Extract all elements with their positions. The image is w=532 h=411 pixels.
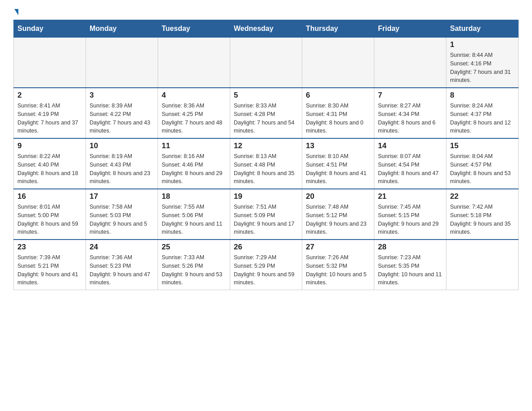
day-number: 1 [450,40,515,49]
day-info: Sunrise: 8:36 AMSunset: 4:25 PMDaylight:… [162,102,226,135]
day-number: 4 [162,91,226,100]
day-info: Sunrise: 8:13 AMSunset: 4:48 PMDaylight:… [234,152,298,186]
weekday-header-row: SundayMondayTuesdayWednesdayThursdayFrid… [14,20,519,38]
calendar-cell: 12Sunrise: 8:13 AMSunset: 4:48 PMDayligh… [230,138,302,189]
day-number: 11 [162,141,226,150]
weekday-header-saturday: Saturday [446,20,519,38]
calendar-cell: 9Sunrise: 8:22 AMSunset: 4:40 PMDaylight… [14,138,86,189]
week-row-1: 1Sunrise: 8:44 AMSunset: 4:16 PMDaylight… [14,38,519,88]
day-info: Sunrise: 7:23 AMSunset: 5:35 PMDaylight:… [378,253,442,287]
day-number: 16 [17,192,82,201]
calendar-cell: 18Sunrise: 7:55 AMSunset: 5:06 PMDayligh… [158,189,230,240]
day-info: Sunrise: 8:27 AMSunset: 4:34 PMDaylight:… [378,102,442,135]
day-info: Sunrise: 7:33 AMSunset: 5:26 PMDaylight:… [162,253,226,287]
calendar-cell [446,240,519,290]
day-number: 28 [378,243,442,252]
day-info: Sunrise: 8:39 AMSunset: 4:22 PMDaylight:… [90,102,154,135]
calendar-cell: 25Sunrise: 7:33 AMSunset: 5:26 PMDayligh… [158,240,230,290]
day-number: 22 [450,192,515,201]
day-info: Sunrise: 7:42 AMSunset: 5:18 PMDaylight:… [450,203,515,236]
weekday-header-thursday: Thursday [302,20,374,38]
day-number: 13 [306,141,370,150]
day-number: 8 [450,91,515,100]
calendar-cell: 1Sunrise: 8:44 AMSunset: 4:16 PMDaylight… [446,38,519,88]
weekday-header-tuesday: Tuesday [158,20,230,38]
day-info: Sunrise: 8:33 AMSunset: 4:28 PMDaylight:… [234,102,298,135]
calendar-cell: 2Sunrise: 8:41 AMSunset: 4:19 PMDaylight… [14,88,86,138]
day-info: Sunrise: 8:10 AMSunset: 4:51 PMDaylight:… [306,152,370,186]
day-number: 25 [162,243,226,252]
calendar-cell: 21Sunrise: 7:45 AMSunset: 5:15 PMDayligh… [374,189,446,240]
day-number: 10 [90,141,154,150]
calendar-cell: 3Sunrise: 8:39 AMSunset: 4:22 PMDaylight… [86,88,158,138]
weekday-header-wednesday: Wednesday [230,20,302,38]
day-number: 5 [234,91,298,100]
day-number: 15 [450,141,515,150]
calendar-cell [230,38,302,88]
day-number: 9 [17,141,82,150]
day-info: Sunrise: 8:07 AMSunset: 4:54 PMDaylight:… [378,152,442,186]
page-header [13,9,519,15]
day-number: 26 [234,243,298,252]
calendar-cell: 11Sunrise: 8:16 AMSunset: 4:46 PMDayligh… [158,138,230,189]
day-number: 23 [17,243,82,252]
calendar-cell: 23Sunrise: 7:39 AMSunset: 5:21 PMDayligh… [14,240,86,290]
calendar-cell: 13Sunrise: 8:10 AMSunset: 4:51 PMDayligh… [302,138,374,189]
day-info: Sunrise: 8:19 AMSunset: 4:43 PMDaylight:… [90,152,154,186]
day-info: Sunrise: 8:24 AMSunset: 4:37 PMDaylight:… [450,102,515,135]
day-number: 2 [17,91,82,100]
calendar-cell [302,38,374,88]
day-number: 17 [90,192,154,201]
day-info: Sunrise: 8:41 AMSunset: 4:19 PMDaylight:… [17,102,82,135]
day-info: Sunrise: 7:55 AMSunset: 5:06 PMDaylight:… [162,203,226,236]
calendar-cell: 15Sunrise: 8:04 AMSunset: 4:57 PMDayligh… [446,138,519,189]
logo [13,9,18,15]
week-row-5: 23Sunrise: 7:39 AMSunset: 5:21 PMDayligh… [14,240,519,290]
calendar-cell: 24Sunrise: 7:36 AMSunset: 5:23 PMDayligh… [86,240,158,290]
calendar-cell: 10Sunrise: 8:19 AMSunset: 4:43 PMDayligh… [86,138,158,189]
calendar-table: SundayMondayTuesdayWednesdayThursdayFrid… [13,20,519,290]
week-row-2: 2Sunrise: 8:41 AMSunset: 4:19 PMDaylight… [14,88,519,138]
day-info: Sunrise: 8:16 AMSunset: 4:46 PMDaylight:… [162,152,226,186]
calendar-cell: 17Sunrise: 7:58 AMSunset: 5:03 PMDayligh… [86,189,158,240]
weekday-header-friday: Friday [374,20,446,38]
day-number: 19 [234,192,298,201]
calendar-cell: 14Sunrise: 8:07 AMSunset: 4:54 PMDayligh… [374,138,446,189]
day-number: 7 [378,91,442,100]
day-info: Sunrise: 7:26 AMSunset: 5:32 PMDaylight:… [306,253,370,287]
day-number: 14 [378,141,442,150]
day-number: 6 [306,91,370,100]
day-number: 12 [234,141,298,150]
day-info: Sunrise: 7:45 AMSunset: 5:15 PMDaylight:… [378,203,442,236]
calendar-cell: 28Sunrise: 7:23 AMSunset: 5:35 PMDayligh… [374,240,446,290]
calendar-cell: 16Sunrise: 8:01 AMSunset: 5:00 PMDayligh… [14,189,86,240]
calendar-cell: 6Sunrise: 8:30 AMSunset: 4:31 PMDaylight… [302,88,374,138]
weekday-header-sunday: Sunday [14,20,86,38]
week-row-4: 16Sunrise: 8:01 AMSunset: 5:00 PMDayligh… [14,189,519,240]
day-info: Sunrise: 7:39 AMSunset: 5:21 PMDaylight:… [17,253,82,287]
day-info: Sunrise: 8:22 AMSunset: 4:40 PMDaylight:… [17,152,82,186]
calendar-cell [158,38,230,88]
calendar-cell: 27Sunrise: 7:26 AMSunset: 5:32 PMDayligh… [302,240,374,290]
calendar-cell: 20Sunrise: 7:48 AMSunset: 5:12 PMDayligh… [302,189,374,240]
day-info: Sunrise: 7:51 AMSunset: 5:09 PMDaylight:… [234,203,298,236]
day-info: Sunrise: 7:48 AMSunset: 5:12 PMDaylight:… [306,203,370,236]
calendar-cell: 22Sunrise: 7:42 AMSunset: 5:18 PMDayligh… [446,189,519,240]
day-info: Sunrise: 8:44 AMSunset: 4:16 PMDaylight:… [450,51,515,85]
calendar-cell: 26Sunrise: 7:29 AMSunset: 5:29 PMDayligh… [230,240,302,290]
calendar-cell [374,38,446,88]
week-row-3: 9Sunrise: 8:22 AMSunset: 4:40 PMDaylight… [14,138,519,189]
day-info: Sunrise: 8:30 AMSunset: 4:31 PMDaylight:… [306,102,370,135]
calendar-cell: 8Sunrise: 8:24 AMSunset: 4:37 PMDaylight… [446,88,519,138]
day-number: 27 [306,243,370,252]
calendar-cell [14,38,86,88]
day-info: Sunrise: 7:36 AMSunset: 5:23 PMDaylight:… [90,253,154,287]
day-number: 20 [306,192,370,201]
day-number: 24 [90,243,154,252]
calendar-cell: 19Sunrise: 7:51 AMSunset: 5:09 PMDayligh… [230,189,302,240]
day-info: Sunrise: 7:58 AMSunset: 5:03 PMDaylight:… [90,203,154,236]
calendar-cell: 7Sunrise: 8:27 AMSunset: 4:34 PMDaylight… [374,88,446,138]
day-info: Sunrise: 8:04 AMSunset: 4:57 PMDaylight:… [450,152,515,186]
day-number: 18 [162,192,226,201]
day-info: Sunrise: 8:01 AMSunset: 5:00 PMDaylight:… [17,203,82,236]
